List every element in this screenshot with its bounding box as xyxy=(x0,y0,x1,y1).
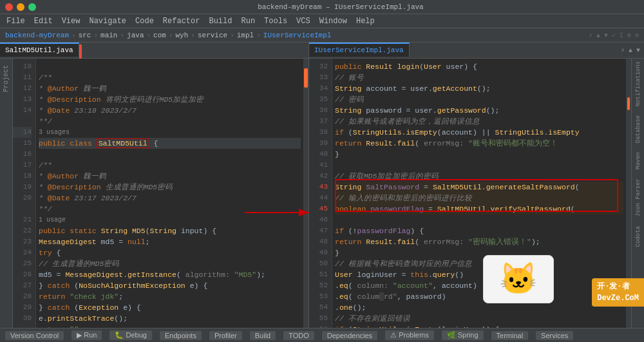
code-line: * @Description 将明文密码进行MD5加盐加密 xyxy=(39,94,301,105)
services-tab[interactable]: Services xyxy=(536,331,573,340)
code-line: boolean passwordFlag = SaltMD5Util.verif… xyxy=(335,204,623,214)
code-line: if (StringUtils.isEmpty(account) || Stri… xyxy=(335,127,623,138)
code-line: return ""; xyxy=(39,324,301,328)
right-scroll-thumb xyxy=(627,97,630,110)
maximize-button[interactable] xyxy=(28,3,36,11)
devze-watermark: 开·发·者 DevZe.CoM xyxy=(592,278,644,307)
code-line: md5 = MessageDigest.getInstance( algorit… xyxy=(39,269,301,280)
window-controls xyxy=(5,3,36,11)
menu-navigate[interactable]: Navigate xyxy=(85,15,130,27)
close-button[interactable] xyxy=(5,3,13,11)
run-tab[interactable]: ▶ Run xyxy=(71,330,102,340)
menu-bar: File Edit View Navigate Code Refactor Bu… xyxy=(0,14,644,28)
breadcrumb-part: backend-myDream xyxy=(5,32,69,39)
code-line: .one(); xyxy=(335,302,623,313)
menu-vcs[interactable]: VCS xyxy=(292,15,314,27)
code-line: * @Date 23:17 2023/2/7 xyxy=(39,193,301,204)
breadcrumb-part: main xyxy=(100,32,117,39)
menu-refactor[interactable]: Refactor xyxy=(159,15,204,27)
code-line: if (!passwordFlag) { xyxy=(335,225,623,236)
code-line: return Result.fail( errorMsg: "密码输入错误！")… xyxy=(335,236,623,247)
cat-emoji: 🐱 xyxy=(499,261,538,298)
code-line: * @Description 生成普通的MD5密码 xyxy=(39,182,301,193)
build-tab[interactable]: Build xyxy=(250,331,276,340)
title-bar: backend-myDream – IUserServiceImpl.java xyxy=(0,0,644,14)
menu-window[interactable]: Window xyxy=(316,15,351,27)
code-line xyxy=(335,160,623,171)
right-editor-panel: 32 33 34 35 36 37 38 39 40 41 42 43 44 4… xyxy=(309,59,631,328)
right-code-content[interactable]: public Result login(User user) { // 账号 S… xyxy=(332,59,626,328)
left-scrollbar[interactable] xyxy=(303,59,308,328)
problems-tab[interactable]: ⚠ Problems xyxy=(385,330,434,340)
breadcrumb-part: wyh xyxy=(176,32,189,39)
code-line: 3 usages xyxy=(39,127,301,138)
menu-run[interactable]: Run xyxy=(237,15,259,27)
code-line: // 密码 xyxy=(335,94,623,105)
menu-view[interactable]: View xyxy=(58,15,84,27)
code-line: public class SaltMD5Util { xyxy=(39,138,301,149)
spring-tab[interactable]: 🌿 Spring xyxy=(442,330,484,340)
dependencies-tab[interactable]: Dependencies xyxy=(322,331,377,340)
menu-file[interactable]: File xyxy=(3,15,29,27)
code-line: String password = user.getPassword(); xyxy=(335,105,623,116)
code-line: User loginUser = this.query() xyxy=(335,269,623,280)
code-line: // 如果账号或者密码为空，返回错误信息 xyxy=(335,116,623,127)
menu-help[interactable]: Help xyxy=(352,15,379,27)
right-line-numbers: 32 33 34 35 36 37 38 39 40 41 42 43 44 4… xyxy=(309,59,332,328)
code-line: MessageDigest md5 = null; xyxy=(39,236,301,247)
profiler-tab[interactable]: Profiler xyxy=(209,331,242,340)
maven-tab[interactable]: Maven xyxy=(635,152,641,169)
menu-code[interactable]: Code xyxy=(131,15,158,27)
left-code-content[interactable]: /** * @Author 魏一鹤 * @Description 将明文密码进行… xyxy=(36,59,303,328)
watermark-cat: 🐱 xyxy=(483,255,554,303)
breadcrumb-part: impl xyxy=(237,32,254,39)
breadcrumb-part: com xyxy=(153,32,166,39)
breadcrumb-part: java xyxy=(127,32,144,39)
minimize-button[interactable] xyxy=(17,3,24,11)
code-line: try { xyxy=(39,247,301,258)
code-line: } catch (NoSuchAlgorithmException e) { xyxy=(39,280,301,291)
code-line: String SaltPassword = SaltMD5Util.genera… xyxy=(335,182,623,193)
left-panel-tabs: SaltMD5Util.java xyxy=(0,43,309,58)
right-code-area: 32 33 34 35 36 37 38 39 40 41 42 43 44 4… xyxy=(309,59,631,328)
json-parser-tab[interactable]: Json Parser xyxy=(635,178,641,216)
endpoints-tab[interactable]: Endpoints xyxy=(160,331,202,340)
code-line: // 账号 xyxy=(335,72,623,83)
code-line: String account = user.getAccount(); xyxy=(335,83,623,94)
menu-edit[interactable]: Edit xyxy=(30,15,57,27)
database-tab[interactable]: Database xyxy=(635,115,641,143)
codota-tab[interactable]: Codota xyxy=(635,226,641,247)
tab-saltmd5util[interactable]: SaltMD5Util.java xyxy=(0,43,79,57)
tab-indicator xyxy=(79,44,82,59)
code-line: } xyxy=(335,149,623,160)
code-line: **/ xyxy=(39,116,301,127)
left-editor-panel: 10 11 12 13 14 - 14 15 16 17 18 19 20 - … xyxy=(13,59,309,328)
version-control-tab[interactable]: Version Control xyxy=(5,331,64,340)
code-line: if (StringUtils.isEmpty(loginUser)) { xyxy=(335,324,623,328)
debug-tab[interactable]: 🐛 Debug xyxy=(109,330,151,340)
code-line: public Result login(User user) { xyxy=(335,61,623,72)
todo-tab[interactable]: TODO xyxy=(283,331,314,340)
window-title: backend-myDream – IUserServiceImpl.java xyxy=(43,3,639,11)
code-line: .eq( column: "account", account) xyxy=(335,280,623,291)
breadcrumb-part: IUserServiceImpl xyxy=(263,32,332,39)
toolbar-icons: ⚡ ▲ ▼ ✓ Ξ ⊕ ⊖ xyxy=(589,32,639,39)
notifications-tab[interactable]: Notifications xyxy=(635,61,641,106)
code-line xyxy=(335,214,623,225)
code-line: } catch (Exception e) { xyxy=(39,302,301,313)
tab-iuserserviceimpl[interactable]: IUserServiceImpl.java xyxy=(309,43,410,57)
menu-tools[interactable]: Tools xyxy=(260,15,291,27)
code-line: e.printStackTrace(); xyxy=(39,313,301,324)
project-icon[interactable]: Project xyxy=(3,65,10,92)
breadcrumb-part: service xyxy=(198,32,227,39)
terminal-tab[interactable]: Terminal xyxy=(491,331,529,340)
menu-build[interactable]: Build xyxy=(205,15,236,27)
code-line: // 获取MD5加盐加密后的密码 xyxy=(335,171,623,182)
code-line: /** xyxy=(39,160,301,171)
code-line: * @Author 魏一鹤 xyxy=(39,171,301,182)
code-line: // 生成普通的MD5密码 xyxy=(39,258,301,269)
left-panel-icons: Project xyxy=(0,59,13,328)
breadcrumb-bar: backend-myDream › src › main › java › co… xyxy=(0,28,644,43)
left-code-area: 10 11 12 13 14 - 14 15 16 17 18 19 20 - … xyxy=(13,59,308,328)
breadcrumb-part: src xyxy=(79,32,91,39)
